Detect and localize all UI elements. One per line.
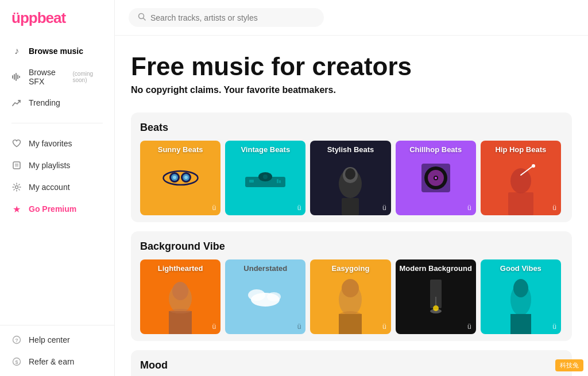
beats-section: Beats Sunny Beats [131,113,572,222]
svg-rect-0 [12,75,13,79]
sidebar-item-my-favorites[interactable]: My favorites [0,133,114,154]
card-chillhop-beats[interactable]: Chillhop Beats ü [396,141,476,215]
card-logo-goodvibes: ü [552,323,556,331]
sidebar-item-my-playlists[interactable]: My playlists [0,154,114,176]
sidebar-label-browse-sfx: Browse SFX [29,68,65,86]
card-logo-understated: ü [297,323,301,331]
sidebar-item-refer-earn[interactable]: $ Refer & earn [0,351,114,373]
svg-rect-31 [342,198,359,215]
svg-rect-5 [13,162,20,169]
sidebar-item-help-center[interactable]: ? Help center [0,329,114,351]
svg-point-20 [173,176,176,179]
sidebar-item-browse-sfx[interactable]: Browse SFX (coming soon) [0,62,114,92]
card-logo-sunny: ü [212,204,216,212]
nav-divider-1 [11,123,103,123]
sidebar-item-my-account[interactable]: My account [0,176,114,198]
svg-rect-50 [339,314,362,334]
svg-point-47 [267,292,281,301]
card-label-understated: Understated [225,264,305,273]
sidebar-label-refer: Refer & earn [29,357,74,366]
refer-icon: $ [11,356,22,367]
svg-rect-26 [277,179,278,183]
card-label-modern: Modern Background [396,264,476,273]
card-modern-background[interactable]: Modern Background ü [396,259,476,334]
svg-rect-57 [510,314,531,334]
svg-point-15 [163,171,198,185]
svg-text:$: $ [15,359,18,365]
content-area: Free music for creators No copyright cla… [115,36,588,376]
card-logo-modern: ü [467,323,471,331]
svg-line-14 [144,18,146,21]
background-vibe-section: Background Vibe Lighthearted ü [131,231,572,341]
svg-point-24 [263,175,268,179]
mood-section-title: Mood [140,359,563,371]
svg-point-21 [184,176,188,179]
svg-point-53 [433,305,439,311]
star-icon: ★ [11,204,22,214]
svg-point-8 [16,186,18,189]
hero-subtitle: No copyright claims. Your favorite beatm… [131,85,572,95]
card-sunny-beats[interactable]: Sunny Beats ü [140,141,220,215]
sidebar-label-trending: Trending [29,98,60,107]
card-label-sunny: Sunny Beats [140,145,220,154]
card-easygoing[interactable]: Easygoing ü [310,259,390,334]
card-label-easygoing: Easygoing [310,264,390,273]
nav-user: My favorites My playlists My account [0,129,114,223]
card-vintage-beats[interactable]: Vintage Beats ü [225,141,305,215]
music-note-icon: ♪ [11,46,22,56]
watermark: 科技兔 [555,359,583,371]
beats-section-title: Beats [140,122,563,134]
search-icon [138,13,146,22]
sidebar-label-premium: Go Premium [29,204,76,214]
card-logo-vintage: ü [297,204,301,212]
svg-point-49 [342,279,359,297]
sidebar-item-go-premium[interactable]: ★ Go Premium [0,198,114,220]
svg-rect-4 [19,76,20,78]
main-content: Free music for creators No copyright cla… [115,0,588,376]
logo: üppbeat [0,0,114,37]
beats-cards-row: Sunny Beats ü [140,141,563,215]
search-bar[interactable] [129,8,324,27]
svg-text:?: ? [15,338,18,343]
svg-point-30 [345,168,355,180]
card-stylish-beats[interactable]: Stylish Beats ü [310,141,390,215]
sidebar-item-trending[interactable]: Trending [0,92,114,114]
sfx-icon [11,72,22,82]
card-label-stylish: Stylish Beats [310,145,390,154]
sidebar-label-help: Help center [29,335,70,344]
sidebar: üppbeat ♪ Browse music Browse SFX (comin… [0,0,115,376]
mood-section: Mood [131,350,572,376]
card-label-goodvibes: Good Vibes [481,264,561,273]
svg-rect-38 [508,192,533,215]
sidebar-item-browse-music[interactable]: ♪ Browse music [0,40,114,62]
svg-point-56 [513,279,528,297]
card-label-vintage: Vintage Beats [225,145,305,154]
svg-point-46 [248,289,265,301]
trending-icon [11,98,22,108]
svg-point-44 [170,309,191,313]
sidebar-label-playlists: My playlists [29,161,70,170]
svg-point-37 [510,168,531,193]
heart-icon [11,138,22,149]
sfx-badge: (coming soon) [72,71,103,83]
nav-main: ♪ Browse music Browse SFX (coming soon) [0,37,114,117]
gear-icon [11,182,22,192]
card-good-vibes[interactable]: Good Vibes ü [481,259,561,334]
svg-point-36 [435,177,437,179]
card-logo-chillhop: ü [467,204,471,212]
logo-text: üppbeat [11,10,65,25]
svg-rect-43 [169,311,192,334]
search-input[interactable] [150,13,315,22]
svg-rect-1 [14,74,15,80]
card-logo-easygoing: ü [382,323,386,331]
card-logo-stylish: ü [382,204,386,212]
svg-rect-25 [249,180,254,183]
card-label-hiphop: Hip Hop Beats [481,145,561,154]
card-logo-hiphop: ü [552,204,556,212]
card-lighthearted[interactable]: Lighthearted ü [140,259,220,334]
sidebar-label-account: My account [29,183,70,192]
card-understated[interactable]: Understated ü [225,259,305,334]
card-hiphop-beats[interactable]: Hip Hop Beats ü [481,141,561,215]
svg-point-40 [532,164,535,168]
sidebar-label-browse-music: Browse music [29,46,83,56]
